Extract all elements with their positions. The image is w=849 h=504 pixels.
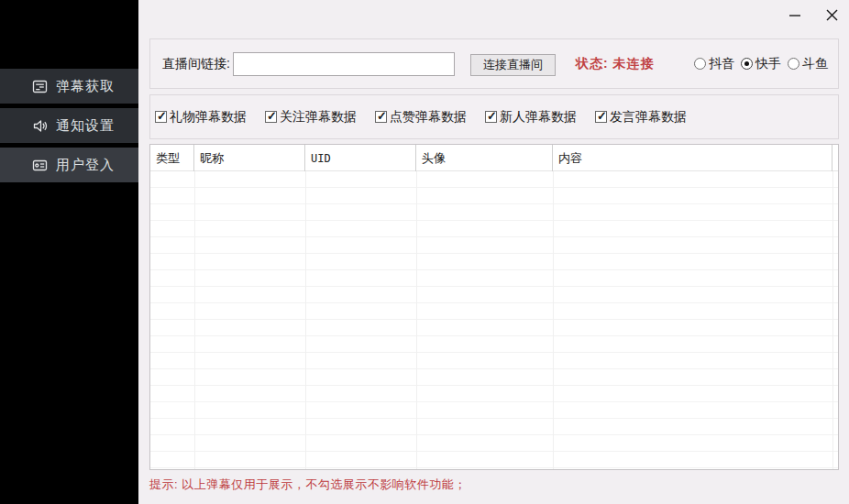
radio-label: 抖音 (709, 56, 734, 72)
sidebar: 弹幕获取 通知设置 用户登入 (0, 0, 138, 504)
table-body[interactable] (150, 171, 838, 469)
radio-douyu[interactable]: 斗鱼 (788, 56, 828, 72)
sidebar-item-label: 用户登入 (56, 157, 115, 174)
connection-panel: 直播间链接: 连接直播间 状态: 未连接 抖音 快手 斗鱼 (149, 38, 839, 89)
sidebar-item-danmaku-fetch[interactable]: 弹幕获取 (0, 69, 138, 104)
column-header-type[interactable]: 类型 (150, 145, 194, 171)
radio-douyin[interactable]: 抖音 (694, 56, 734, 72)
checkbox-follow-danmaku[interactable]: 关注弹幕数据 (265, 109, 375, 126)
sidebar-item-label: 通知设置 (56, 117, 115, 135)
close-icon (825, 8, 839, 22)
checkbox-label: 礼物弹幕数据 (170, 109, 247, 126)
column-header-content[interactable]: 内容 (553, 145, 832, 171)
table-column-gridline (305, 171, 306, 469)
app-window: 弹幕获取 通知设置 用户登入 (0, 0, 849, 504)
radio-icon (788, 58, 799, 70)
radio-icon (741, 58, 753, 70)
checkbox-icon (375, 111, 387, 123)
table-header: 类型 昵称 UID 头像 内容 (150, 145, 838, 171)
checkbox-label: 点赞弹幕数据 (390, 109, 467, 126)
status-text: 状态: 未连接 (576, 39, 655, 88)
platform-radio-group: 抖音 快手 斗鱼 (694, 39, 828, 88)
radio-label: 快手 (755, 56, 781, 72)
radio-icon (694, 58, 706, 70)
column-header-nickname[interactable]: 昵称 (194, 145, 305, 171)
checkbox-newcomer-danmaku[interactable]: 新人弹幕数据 (485, 109, 595, 126)
radio-label: 斗鱼 (802, 56, 828, 72)
checkbox-icon (485, 111, 497, 123)
checkbox-label: 新人弹幕数据 (500, 109, 577, 126)
sidebar-item-user-login[interactable]: 用户登入 (0, 148, 138, 182)
danmaku-list-icon (32, 79, 48, 94)
minimize-button[interactable] (779, 2, 810, 27)
radio-kuaishou[interactable]: 快手 (741, 56, 781, 72)
sidebar-item-notification-settings[interactable]: 通知设置 (0, 108, 138, 143)
checkbox-icon (265, 111, 277, 123)
checkbox-icon (595, 111, 607, 123)
room-link-label: 直播间链接: (162, 39, 230, 88)
table-column-gridline (416, 171, 417, 469)
minimize-icon (788, 8, 801, 21)
connect-button[interactable]: 连接直播间 (470, 54, 556, 76)
checkbox-icon (155, 111, 167, 123)
checkbox-like-danmaku[interactable]: 点赞弹幕数据 (375, 109, 485, 126)
id-card-icon (32, 158, 48, 173)
column-header-uid[interactable]: UID (305, 145, 416, 171)
room-link-input[interactable] (233, 52, 455, 76)
checkbox-label: 发言弹幕数据 (610, 109, 687, 126)
danmaku-table: 类型 昵称 UID 头像 内容 (149, 144, 839, 470)
checkbox-gift-danmaku[interactable]: 礼物弹幕数据 (155, 109, 265, 126)
column-header-avatar[interactable]: 头像 (416, 145, 553, 171)
close-button[interactable] (816, 2, 847, 27)
checkbox-chat-danmaku[interactable]: 发言弹幕数据 (595, 109, 705, 126)
table-column-gridline (832, 171, 833, 469)
footer-hint: 提示: 以上弹幕仅用于展示，不勾选展示不影响软件功能； (149, 477, 467, 493)
filters-panel: 礼物弹幕数据 关注弹幕数据 点赞弹幕数据 新人弹幕数据 发言弹幕数据 (149, 94, 839, 139)
checkbox-label: 关注弹幕数据 (280, 109, 357, 126)
sidebar-item-label: 弹幕获取 (56, 78, 115, 95)
speaker-icon (32, 118, 48, 134)
table-column-gridline (553, 171, 554, 469)
table-column-gridline (194, 171, 195, 469)
